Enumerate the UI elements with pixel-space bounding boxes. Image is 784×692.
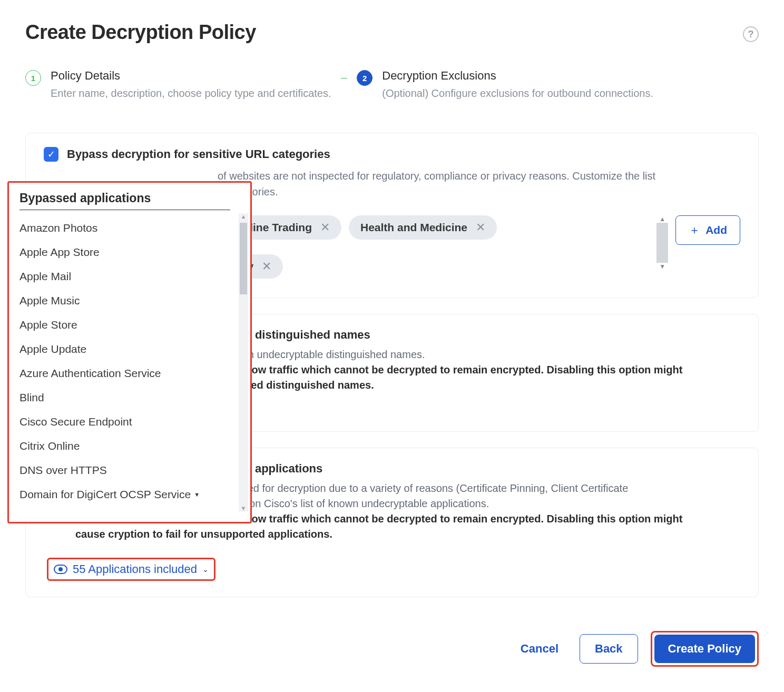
stepper: 1 Policy Details Enter name, description… — [25, 69, 759, 101]
dn-text: f known undecryptable distinguished name… — [218, 347, 740, 393]
chips-scrollbar[interactable]: ▲ ▼ — [656, 215, 668, 270]
dropdown-scrollbar[interactable]: ▲ ▼ — [239, 213, 248, 511]
dropdown-list[interactable]: Amazon Photos Apple App Store Apple Mail… — [19, 210, 234, 511]
list-item[interactable]: Apple Update — [19, 338, 234, 361]
list-item[interactable]: Apple Store — [19, 313, 234, 337]
list-item[interactable]: Amazon Photos — [19, 216, 234, 240]
bypass-checkbox-label: Bypass decryption for sensitive URL cate… — [67, 147, 330, 161]
step-decryption-exclusions[interactable]: 2 Decryption Exclusions (Optional) Confi… — [357, 69, 653, 101]
list-item[interactable]: Citrix Online — [19, 434, 234, 458]
help-icon[interactable]: ? — [743, 26, 759, 42]
step-2-title: Decryption Exclusions — [382, 69, 653, 83]
caret-down-icon: ▼ — [194, 491, 200, 498]
scroll-down-icon[interactable]: ▼ — [241, 505, 247, 511]
plus-icon: ＋ — [689, 222, 700, 238]
create-policy-button[interactable]: Create Policy — [654, 635, 755, 663]
chip-health-medicine[interactable]: Health and Medicine✕ — [349, 215, 497, 240]
dropdown-title: Bypassed applications — [19, 191, 230, 210]
list-item[interactable]: Apple Mail — [19, 265, 234, 288]
chevron-down-icon: ⌄ — [202, 565, 209, 574]
list-item[interactable]: Blind — [19, 386, 234, 409]
step-2-badge: 2 — [357, 70, 373, 86]
apps-title: ptable applications — [218, 462, 740, 476]
page-title: Create Decryption Policy — [25, 21, 256, 44]
scroll-thumb[interactable] — [240, 223, 247, 294]
bypass-description: of websites are not inspected for regula… — [218, 168, 740, 200]
dn-expand-link[interactable]: d ⌄ — [218, 403, 740, 416]
category-chips: Online Trading✕ Health and Medicine✕ ncy… — [223, 215, 740, 279]
eye-icon — [54, 565, 67, 574]
cancel-button[interactable]: Cancel — [512, 635, 567, 663]
step-connector — [341, 78, 348, 78]
add-category-button[interactable]: ＋ Add — [675, 215, 740, 245]
apps-text: upported for decryption due to a variety… — [218, 481, 740, 542]
list-item[interactable]: Apple Music — [19, 289, 234, 312]
step-1-badge: 1 — [25, 70, 41, 86]
dn-title: ptable distinguished names — [218, 328, 740, 342]
remove-chip-icon[interactable]: ✕ — [262, 260, 271, 273]
list-item[interactable]: Domain for DigiCert OCSP Service ▼ — [19, 483, 234, 506]
step-1-sub: Enter name, description, choose policy t… — [51, 86, 331, 101]
step-2-sub: (Optional) Configure exclusions for outb… — [382, 86, 653, 101]
back-button[interactable]: Back — [580, 634, 638, 664]
scroll-up-icon[interactable]: ▲ — [656, 215, 668, 223]
list-item[interactable]: DNS over HTTPS — [19, 459, 234, 482]
bypassed-applications-dropdown[interactable]: Bypassed applications Amazon Photos Appl… — [7, 181, 252, 523]
scroll-down-icon[interactable]: ▼ — [656, 263, 668, 270]
footer-actions: Cancel Back Create Policy — [512, 631, 759, 667]
list-item[interactable]: Azure Authentication Service — [19, 362, 234, 385]
bypass-checkbox[interactable]: ✓ — [44, 147, 58, 162]
scroll-up-icon[interactable]: ▲ — [241, 213, 247, 220]
list-item[interactable]: Cisco Secure Endpoint — [19, 410, 234, 433]
remove-chip-icon[interactable]: ✕ — [320, 221, 330, 234]
list-item[interactable]: Apple App Store — [19, 241, 234, 264]
step-policy-details[interactable]: 1 Policy Details Enter name, description… — [25, 69, 331, 101]
remove-chip-icon[interactable]: ✕ — [476, 221, 485, 234]
step-1-title: Policy Details — [51, 69, 331, 83]
applications-included-link[interactable]: 55 Applications included ⌄ — [47, 558, 215, 581]
